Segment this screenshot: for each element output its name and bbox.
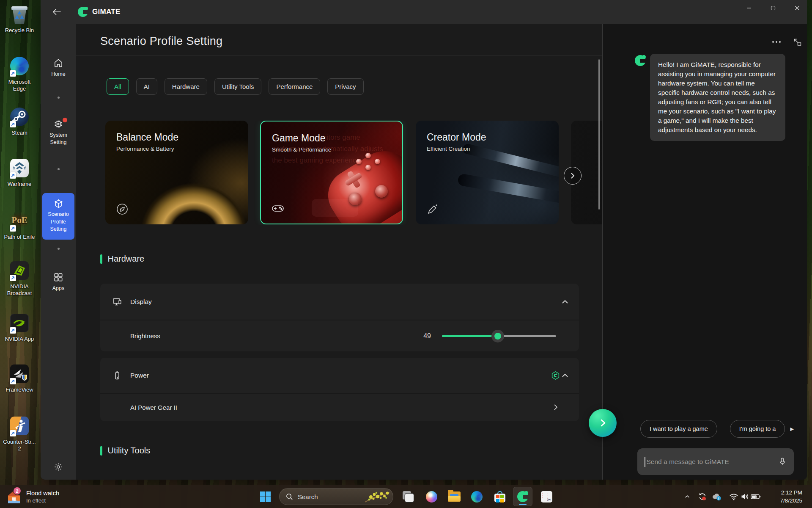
edge-button[interactable] <box>468 488 485 505</box>
shortcut-arrow-icon <box>10 430 16 436</box>
sidebar: Home SystemSetting ScenarioProfileSettin… <box>41 24 76 480</box>
windows-logo-icon <box>260 491 271 502</box>
search-seasonal-art <box>362 489 391 505</box>
tab-hardware[interactable]: Hardware <box>165 78 207 95</box>
minimize-button[interactable] <box>739 0 759 16</box>
desktop-icon-nvidia-broadcast[interactable]: NVIDIA Broadcast <box>3 260 36 297</box>
edge-icon <box>471 491 483 502</box>
snipping-tool-button[interactable]: ✂ <box>538 488 555 505</box>
suggestion-chips: I want to play a game I'm going to a ▶ <box>640 420 794 438</box>
tab-all[interactable]: All <box>107 78 129 95</box>
onedrive-cloud-icon[interactable] <box>711 488 722 505</box>
start-button[interactable] <box>257 488 274 505</box>
shortcut-arrow-icon <box>10 225 16 232</box>
display-panel-header[interactable]: Display <box>100 284 579 320</box>
brightness-row: Brightness 49 <box>100 320 579 351</box>
section-accent-bar <box>100 254 102 264</box>
desktop-icon-nvidia-app[interactable]: NVIDIA App <box>3 313 36 342</box>
chip-play-game[interactable]: I want to play a game <box>640 420 717 438</box>
sidebar-settings-gear[interactable] <box>41 462 76 474</box>
wifi-icon[interactable] <box>728 488 739 505</box>
system-tray <box>682 488 761 505</box>
chat-panel: Hello! I am GiMATE, responsible for assi… <box>602 24 807 480</box>
tab-utility-tools[interactable]: Utility Tools <box>214 78 262 95</box>
sidebar-item-home[interactable]: Home <box>41 58 76 78</box>
popout-icon[interactable] <box>793 37 802 47</box>
sidebar-item-apps[interactable]: Apps <box>41 272 76 292</box>
sync-status-icon[interactable] <box>697 488 708 505</box>
mode-card-balance[interactable]: Balance Mode Performance & Battery <box>105 121 248 224</box>
desktop-icon-warframe[interactable]: Warframe <box>3 158 36 188</box>
chip-going-to[interactable]: I'm going to a <box>730 420 785 438</box>
desktop-icon-counter-strike-2[interactable]: Counter-Str...2 <box>3 416 36 452</box>
tab-ai[interactable]: AI <box>136 78 157 95</box>
leaf-icon <box>115 202 129 216</box>
more-options-icon[interactable] <box>772 41 781 43</box>
sidebar-item-system-setting[interactable]: SystemSetting <box>41 119 76 146</box>
shortcut-arrow-icon <box>10 70 16 77</box>
chevron-up-icon[interactable] <box>560 297 570 306</box>
text-caret <box>645 457 645 467</box>
gamepad-icon <box>271 202 285 215</box>
mic-icon[interactable] <box>778 457 787 466</box>
copilot-icon <box>426 491 437 502</box>
chat-toolbar <box>772 37 802 47</box>
desktop-icon-frameview[interactable]: FrameView <box>3 364 36 393</box>
weather-flood-icon: 2 <box>6 488 22 505</box>
chat-input[interactable]: Send a message to GiMATE <box>637 448 794 475</box>
brightness-slider[interactable] <box>442 330 556 342</box>
main-content: Scenario Profile Setting All AI Hardware… <box>76 24 602 480</box>
input-placeholder: Send a message to GiMATE <box>647 458 729 466</box>
snipping-tool-icon: ✂ <box>541 491 552 502</box>
filter-tabs: All AI Hardware Utility Tools Performanc… <box>107 78 364 95</box>
desktop-icon-microsoft-edge[interactable]: Microsoft Edge <box>3 56 36 92</box>
app-logo: GiMATE <box>78 7 121 17</box>
gimate-taskbar-button[interactable] <box>513 487 532 506</box>
chevron-up-icon[interactable] <box>560 371 570 380</box>
desktop-icon-recycle-bin[interactable]: Recycle Bin <box>3 5 36 34</box>
copilot-button[interactable] <box>423 488 440 505</box>
scrollbar[interactable] <box>598 59 600 210</box>
ai-power-gear-row[interactable]: AI Power Gear II <box>100 394 579 421</box>
gimate-avatar <box>635 55 646 66</box>
mode-card-creator[interactable]: Creator Mode Efficient Creation <box>416 121 559 224</box>
gimate-window: GiMATE Home SystemSetting ScenarioProfil… <box>41 0 807 480</box>
window-controls <box>735 0 807 16</box>
task-view-button[interactable] <box>400 488 417 505</box>
hidden-icons-chevron[interactable] <box>682 488 693 505</box>
close-button[interactable] <box>787 0 807 16</box>
chat-message-bubble: Hello! I am GiMATE, responsible for assi… <box>650 54 785 141</box>
tab-privacy[interactable]: Privacy <box>327 78 363 95</box>
taskbar-search[interactable]: Search <box>279 488 393 505</box>
slider-thumb[interactable] <box>491 330 504 342</box>
pen-icon <box>426 202 439 216</box>
taskbar-weather-widget[interactable]: 2 Flood watch In effect <box>6 488 59 505</box>
shortcut-arrow-icon <box>10 378 16 384</box>
carousel-next-button[interactable] <box>564 167 582 185</box>
taskbar-clock[interactable]: 2:12 PM 7/8/2025 <box>780 489 802 505</box>
home-icon <box>53 58 64 69</box>
sidebar-item-scenario-profile-setting[interactable]: ScenarioProfileSetting <box>42 193 74 240</box>
shortcut-arrow-icon <box>10 275 16 281</box>
display-icon <box>112 297 122 307</box>
desktop-icon-path-of-exile[interactable]: PoE Path of Exile <box>3 210 36 240</box>
sidebar-separator-dot <box>58 97 60 99</box>
battery-icon[interactable] <box>750 488 761 505</box>
back-button[interactable] <box>51 7 62 17</box>
cube-icon <box>53 199 64 209</box>
tab-performance[interactable]: Performance <box>269 78 320 95</box>
maximize-button[interactable] <box>763 0 783 16</box>
brightness-value: 49 <box>414 332 431 340</box>
desktop-icon-steam[interactable]: Steam <box>3 107 36 136</box>
file-explorer-button[interactable] <box>446 488 463 505</box>
mode-card-game[interactable]: Dynamically monitors game performance, a… <box>260 121 403 224</box>
chat-collapse-button[interactable] <box>589 409 617 437</box>
power-panel-header[interactable]: Power <box>100 358 579 393</box>
microsoft-store-icon <box>494 491 505 502</box>
section-header-utility-tools: Utility Tools <box>100 446 150 456</box>
header-divider <box>76 55 602 55</box>
volume-icon[interactable] <box>739 488 750 505</box>
notification-dot <box>63 118 67 122</box>
microsoft-store-button[interactable] <box>491 488 508 505</box>
chips-next-icon[interactable]: ▶ <box>790 426 793 432</box>
